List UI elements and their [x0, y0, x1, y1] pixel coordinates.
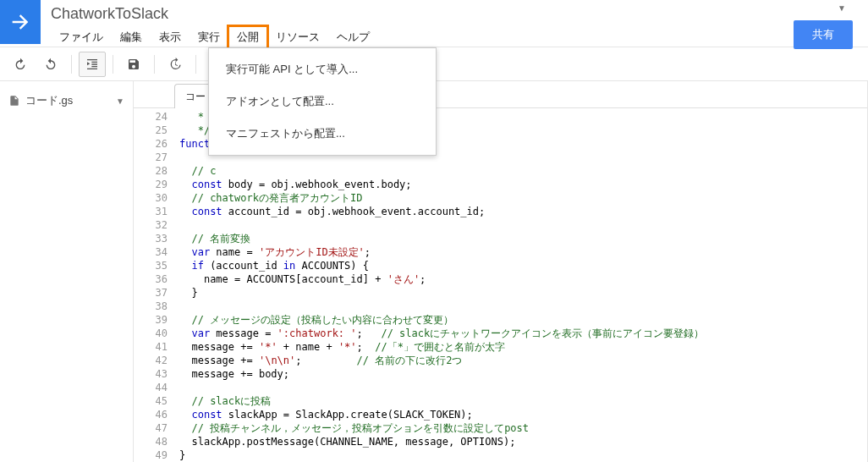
menu-publish[interactable]: 公開 [228, 26, 267, 48]
publish-dropdown: 実行可能 API として導入... アドオンとして配置... マニフェストから配… [208, 47, 437, 156]
menu-edit[interactable]: 編集 [112, 26, 151, 48]
toolbar-separator [154, 55, 155, 74]
chevron-down-icon[interactable]: ▼ [116, 96, 124, 106]
toolbar-separator [71, 55, 72, 74]
menu-run[interactable]: 実行 [190, 26, 228, 48]
menu-view[interactable]: 表示 [151, 26, 190, 48]
toolbar-separator [113, 55, 113, 74]
file-sidebar: コード.gs ▼ [0, 81, 134, 462]
publish-menu-deploy-addon[interactable]: アドオンとして配置... [209, 85, 436, 118]
project-title[interactable]: ChatworkToSlack [51, 0, 868, 26]
menu-file[interactable]: ファイル [51, 26, 112, 48]
share-button[interactable]: 共有 [794, 20, 853, 49]
apps-script-logo [0, 0, 41, 44]
code-area[interactable]: 2425262728293031323334353637383940414243… [134, 108, 867, 462]
toolbar-separator [195, 55, 196, 74]
publish-menu-deploy-manifest[interactable]: マニフェストから配置... [209, 118, 436, 150]
sidebar-file-label: コード.gs [25, 93, 73, 108]
topbar: ChatworkToSlack ファイル 編集 表示 実行 公開 リソース ヘル… [0, 0, 868, 47]
line-gutter: 2425262728293031323334353637383940414243… [134, 108, 173, 462]
history-button[interactable] [162, 52, 189, 77]
menu-resources[interactable]: リソース [267, 26, 328, 48]
more-menu-icon[interactable]: ▼ [838, 3, 846, 13]
menu-help[interactable]: ヘルプ [328, 26, 378, 48]
header-right: ChatworkToSlack ファイル 編集 表示 実行 公開 リソース ヘル… [41, 0, 868, 48]
save-button[interactable] [120, 52, 147, 77]
sidebar-file-code-gs[interactable]: コード.gs ▼ [0, 88, 133, 113]
indent-button[interactable] [79, 52, 106, 77]
publish-menu-deploy-api[interactable]: 実行可能 API として導入... [209, 53, 436, 85]
undo-button[interactable] [7, 52, 34, 77]
redo-button[interactable] [37, 52, 64, 77]
file-icon [8, 95, 20, 107]
menubar: ファイル 編集 表示 実行 公開 リソース ヘルプ [51, 26, 868, 48]
code-lines[interactable]: * sla */functi // c const body = obj.web… [173, 108, 867, 462]
